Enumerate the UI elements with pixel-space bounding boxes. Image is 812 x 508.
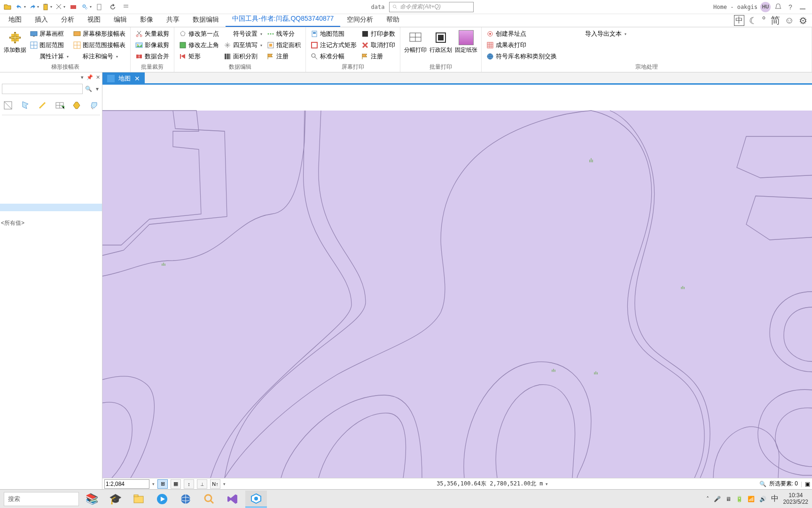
taskbar-player-icon[interactable] xyxy=(151,491,173,508)
tab-analysis[interactable]: 分析 xyxy=(55,13,81,27)
tray-display-icon[interactable]: 🖥 xyxy=(726,496,731,502)
simp-icon[interactable]: 简 xyxy=(771,14,780,27)
map-view-tab[interactable]: 地图 ✕ xyxy=(102,72,145,85)
tab-chinatools[interactable]: 中国工具-作者:闫磊,QQ853740877 xyxy=(226,12,340,27)
moon-icon[interactable]: ☾ xyxy=(749,15,757,26)
tray-clock[interactable]: 10:34 2023/5/22 xyxy=(783,492,808,505)
status-dropdown-icon[interactable]: ▾ xyxy=(223,482,226,486)
add-data-button[interactable]: 添加数据 xyxy=(3,28,27,56)
toc-row[interactable] xyxy=(0,189,102,196)
tray-battery-icon[interactable]: 🔋 xyxy=(736,496,743,502)
lang-icon[interactable]: 中 xyxy=(734,15,744,26)
symbol-exchange-button[interactable]: 符号库名称和类别交换 xyxy=(484,51,559,62)
data-merge-button[interactable]: 数据合并 xyxy=(133,51,171,62)
correction-icon[interactable]: N↑ xyxy=(210,479,220,489)
screen-frame-button[interactable]: 屏幕画框 xyxy=(28,28,70,40)
print-params-button[interactable]: 打印参数 xyxy=(359,28,397,40)
degree-icon[interactable]: ° xyxy=(762,15,766,26)
taskbar-hat-icon[interactable]: 🎓 xyxy=(104,491,126,508)
attr-calc-button[interactable]: 属性计算▾ xyxy=(28,51,70,62)
user-avatar[interactable]: HU xyxy=(760,2,771,12)
slide-btn[interactable] xyxy=(68,1,79,13)
toc-row[interactable] xyxy=(0,128,102,136)
result-print-button[interactable]: 成果表打印 xyxy=(484,40,559,51)
taskbar-books-icon[interactable]: 📚 xyxy=(81,491,102,508)
toc-row[interactable] xyxy=(0,196,102,204)
image-clip-button[interactable]: 影像裁剪 xyxy=(133,40,171,51)
cut-btn[interactable]: ▾ xyxy=(55,1,66,13)
tab-view[interactable]: 视图 xyxy=(81,13,107,27)
four-fill-button[interactable]: 四至填写▾ xyxy=(222,40,264,51)
coords-dropdown-icon[interactable]: ▾ xyxy=(546,482,548,486)
tray-mic-icon[interactable]: 🎤 xyxy=(714,496,721,502)
tab-map[interactable]: 地图 xyxy=(2,13,28,27)
mod-upper-left-button[interactable]: 修改左上角 xyxy=(177,40,221,51)
tab-edit[interactable]: 编辑 xyxy=(107,13,133,27)
area-division-button[interactable]: 面积分割 xyxy=(222,51,264,62)
map-tab-close-icon[interactable]: ✕ xyxy=(134,75,140,82)
trapezoid-grid-button[interactable]: 屏幕梯形接幅表 xyxy=(71,28,127,40)
toc-row[interactable] xyxy=(0,174,102,181)
fixed-paper-button[interactable]: 固定纸张 xyxy=(454,28,478,56)
create-boundary-button[interactable]: 创建界址点 xyxy=(484,28,559,40)
toc-row[interactable] xyxy=(0,121,102,128)
list-by-source-icon[interactable] xyxy=(19,99,32,112)
toc-all-values[interactable]: <所有值> xyxy=(0,219,102,226)
contents-search-dd[interactable]: ▾ xyxy=(94,86,100,92)
layer-extent-button[interactable]: 图层范围 xyxy=(28,40,70,51)
import-export-button[interactable]: 导入导出文本▾ xyxy=(574,28,628,40)
command-search[interactable]: 命令搜索(Alt+Q) xyxy=(389,2,474,12)
tray-wifi-icon[interactable]: 📶 xyxy=(748,496,755,502)
minimize-icon[interactable] xyxy=(798,2,807,12)
contents-search-icon[interactable]: 🔍 xyxy=(84,86,94,92)
mod-first-pt-button[interactable]: 修改第一点 xyxy=(177,28,221,40)
list-by-snapping-icon[interactable] xyxy=(70,99,83,112)
pane-close-icon[interactable]: ✕ xyxy=(96,74,100,80)
toc-row-selected[interactable] xyxy=(0,204,102,211)
catalog-toggle-icon[interactable]: ▣ xyxy=(805,481,810,487)
bell-icon[interactable] xyxy=(773,2,783,12)
help-icon[interactable]: ? xyxy=(786,2,795,12)
toc-row[interactable] xyxy=(0,211,102,219)
tab-imagery[interactable]: 影像 xyxy=(133,13,160,27)
map-extent-button[interactable]: 地图范围 xyxy=(309,28,359,40)
std-frame-button[interactable]: 标准分幅 xyxy=(309,51,359,62)
list-by-labeling-icon[interactable] xyxy=(88,99,101,112)
label-number-button[interactable]: 标注和编号▾ xyxy=(71,51,127,62)
taskbar-earth-icon[interactable] xyxy=(175,491,196,508)
toc-row[interactable] xyxy=(0,166,102,174)
refresh-btn[interactable] xyxy=(107,1,118,13)
rectangle-button[interactable]: 矩形 xyxy=(177,51,221,62)
taskbar-explorer-icon[interactable] xyxy=(128,491,149,508)
split-print-button[interactable]: 分幅打印 xyxy=(403,28,428,56)
taskbar-search-app-icon[interactable] xyxy=(198,491,220,508)
scale-input[interactable] xyxy=(104,479,149,489)
symbol-setting-button[interactable]: 符号设置▾ xyxy=(222,28,264,40)
qat-customize[interactable] xyxy=(120,1,132,13)
new-btn[interactable] xyxy=(94,1,105,13)
list-by-editing-icon[interactable] xyxy=(54,99,66,112)
tab-dataedit[interactable]: 数据编辑 xyxy=(186,13,226,27)
tab-help[interactable]: 帮助 xyxy=(380,13,406,27)
taskbar-search[interactable]: 搜索 xyxy=(4,492,79,506)
register2-button[interactable]: 注册 xyxy=(359,51,397,62)
grid-icon[interactable]: ▦ xyxy=(171,479,181,489)
tray-ime-icon[interactable]: 中 xyxy=(771,494,779,504)
contents-search-input[interactable] xyxy=(2,84,83,94)
redo-btn[interactable]: ▾ xyxy=(28,1,39,13)
inference-icon[interactable]: ⟂ xyxy=(197,479,207,489)
toc-row[interactable] xyxy=(0,143,102,151)
vector-clip-button[interactable]: 矢量裁剪 xyxy=(133,28,171,40)
tray-chevron-icon[interactable]: ˄ xyxy=(706,496,709,502)
map-canvas[interactable] xyxy=(102,85,812,478)
pane-dropdown-icon[interactable]: ▾ xyxy=(81,74,84,80)
pane-pin-icon[interactable]: 📌 xyxy=(86,74,93,80)
toc-row[interactable] xyxy=(0,136,102,143)
gear-icon[interactable]: ⚙ xyxy=(799,15,807,26)
toc-row[interactable] xyxy=(0,159,102,166)
line-equal-button[interactable]: 线等分 xyxy=(265,28,303,40)
area-specify-button[interactable]: 指定面积 xyxy=(265,40,303,51)
undo-btn[interactable]: ▾ xyxy=(15,1,26,13)
smile-icon[interactable]: ☺ xyxy=(785,15,794,26)
toc-tree[interactable]: <所有值> xyxy=(0,115,102,489)
